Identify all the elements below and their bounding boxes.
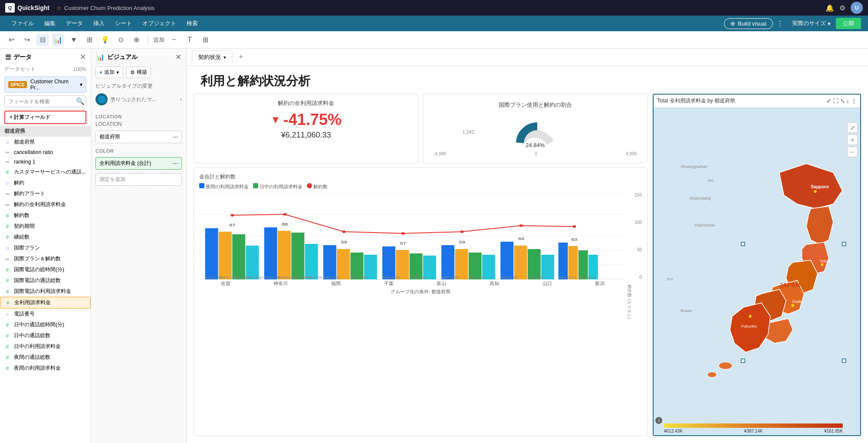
svg-point-84 [792,304,794,307]
zoom-fit-button[interactable]: ⤢ [847,122,858,133]
menu-file[interactable]: ファイル [7,18,38,29]
build-visual-button[interactable]: ⊕ Build visual [724,18,773,29]
insight-icon[interactable]: 💡 [99,34,111,46]
field-item[interactable]: # 国際電話の通話総数 [0,275,91,286]
map-settings-icon[interactable]: ⛶ [833,98,838,104]
add-label[interactable]: 追加 [153,36,164,44]
publish-button[interactable]: 公開 [836,18,861,29]
menu-search[interactable]: 検索 [182,18,202,29]
kpi-row: 解約の全利用請求料金 ▼ -41.75% ¥6,211,060.33 国際プラン… [194,94,648,163]
menu-edit[interactable]: 編集 [40,18,60,29]
filter-icon[interactable]: ▼ [68,34,80,46]
field-item[interactable]: ═ cancellation ratio [0,148,91,157]
menu-object[interactable]: オブジェクト [138,18,181,29]
field-item[interactable]: ○ 都道府県 [0,137,91,148]
field-item[interactable]: # 解約数 [0,210,91,221]
location-field-drop[interactable]: 都道府県 ⋯ [95,131,182,143]
map-expand-icon[interactable]: ⤡ [840,98,845,104]
bar-chart-icon[interactable]: 📊 [52,34,64,46]
field-item[interactable]: # 日中の利用請求料金 [0,341,91,352]
svg-text:Vladivostok: Vladivostok [694,223,715,227]
color-field-drop[interactable]: 全利用請求料金 (合計) ⋯ [95,157,182,170]
field-item[interactable]: ═ 国際プラン＆解約数 [0,253,91,264]
actual-size-control[interactable]: 実際のサイズ ▾ [792,20,831,27]
logo-letter: Q [8,5,12,10]
info-icon[interactable]: i [655,417,662,424]
field-search-box[interactable]: 🔍 [4,95,86,107]
zoom-fit-icon[interactable]: ⤢ [826,98,831,104]
field-item[interactable]: # 継続数 [0,232,91,243]
svg-rect-25 [323,245,336,279]
field-search-input[interactable] [8,98,73,105]
field-item[interactable]: ═ 解約アラート [0,188,91,199]
field-icon-measure: # [4,344,10,350]
field-item[interactable]: ○ 解約 [0,177,91,188]
add-measure-button[interactable]: 測定を追加 [95,173,182,186]
avatar[interactable]: U [851,2,863,14]
menubar: ファイル 編集 データ 挿入 シート オブジェクト 検索 ⊕ Build vis… [0,16,868,31]
kpi1-label: 解約の全利用請求料金 [201,99,411,107]
add-icon[interactable]: ⊕ [130,34,142,46]
table-icon[interactable]: ⊟ [36,34,49,46]
avatar-text: U [855,5,859,11]
field-item[interactable]: ═ 解約の全利用請求料金 [0,199,91,210]
data-panel-close[interactable]: ✕ [80,53,85,61]
svg-rect-16 [264,227,277,279]
tab-label: 契約状況 [198,53,221,61]
scale-min: -4,999 [434,151,446,156]
field-item[interactable]: # 夜間の通話総数 [0,352,91,363]
redo-button[interactable]: ↪ [21,34,33,46]
field-item[interactable]: # 夜間の利用請求料金 [0,363,91,374]
field-icon-measure: # [4,234,10,240]
field-item[interactable]: ○ 電話番号 [0,308,91,319]
field-item-highlighted[interactable]: # 全利用請求料金 [0,297,91,308]
menu-insert[interactable]: 挿入 [89,18,109,29]
field-item[interactable]: # カスタマーサービスへの通話... [0,167,91,177]
chevron-down-icon: ▾ [224,55,226,60]
kpi1-number: -41.75% [283,111,342,129]
field-item[interactable]: # 日中の通話総数 [0,330,91,341]
embed-icon[interactable]: ⊞ [199,34,211,46]
field-item[interactable]: ═ ranking 1 [0,157,91,167]
dataset-label: データセット [4,66,36,73]
text-icon[interactable]: T [184,34,196,46]
kpi2-top-label: 1,242 [430,129,506,135]
more-icon[interactable]: ⋮ [776,20,783,28]
settings-icon[interactable]: ⚙ [839,4,845,12]
x-label: 千葉 [384,280,394,287]
toolbar: ↩ ↪ ⊟ 📊 ▼ ⊞ 💡 ⊙ ⊕ 追加 ~ T ⊞ [0,31,868,49]
field-icon-measure: # [4,365,10,371]
field-item[interactable]: # 契約期間 [0,221,91,232]
kpi2-scale: -4,999 0 4,999 [430,151,640,156]
tab-add-button[interactable]: + [234,50,248,64]
field-item[interactable]: # 日中の通話総時間(分) [0,319,91,330]
config-visual-button[interactable]: ⚙ 構築 [126,66,151,78]
visual-panel-close[interactable]: ✕ [175,53,181,61]
menu-data[interactable]: データ [62,18,87,29]
undo-button[interactable]: ↩ [5,34,17,46]
map-more-icon[interactable]: ⋮ [851,98,857,104]
tab-contract-status[interactable]: 契約状況 ▾ [192,50,233,64]
add-visual-button[interactable]: + 追加 ▾ [95,66,123,78]
field-name: 日中の利用請求料金 [14,343,61,350]
add-calculated-field-button[interactable]: + 計算フィールド [4,111,86,124]
svg-text:ton: ton [667,277,673,281]
map-download-icon[interactable]: ↓ [847,98,850,104]
scale-max-label: ¥161.85K [824,429,843,433]
field-item[interactable]: # 国際電話の総時間(分) [0,264,91,275]
svg-text:¥91.94K: ¥91.94K [245,275,263,279]
dashboard: 利用と解約状況分析 解約の全利用請求料金 ▼ -41.75% ¥6 [187,66,868,443]
dataset-selector[interactable]: SPICE Customer Churn Pr... ▾ [4,76,86,93]
field-icon[interactable]: ⊞ [83,34,95,46]
menu-sheet[interactable]: シート [111,18,136,29]
field-icon-measure: # [4,267,10,273]
zoom-out-button[interactable]: − [847,147,858,157]
field-item[interactable]: # 国際電話の利用請求料金 [0,286,91,297]
zoom-in-button[interactable]: + [847,135,858,145]
map-type-button[interactable]: 🌐 塗りつぶされたマ... › [95,92,182,107]
line-icon[interactable]: ~ [168,34,180,46]
time-icon[interactable]: ⊙ [115,34,127,46]
notification-icon[interactable]: 🔔 [825,4,834,12]
field-item[interactable]: ○ 国際プラン [0,243,91,253]
field-icon-calc: ═ [4,256,10,262]
